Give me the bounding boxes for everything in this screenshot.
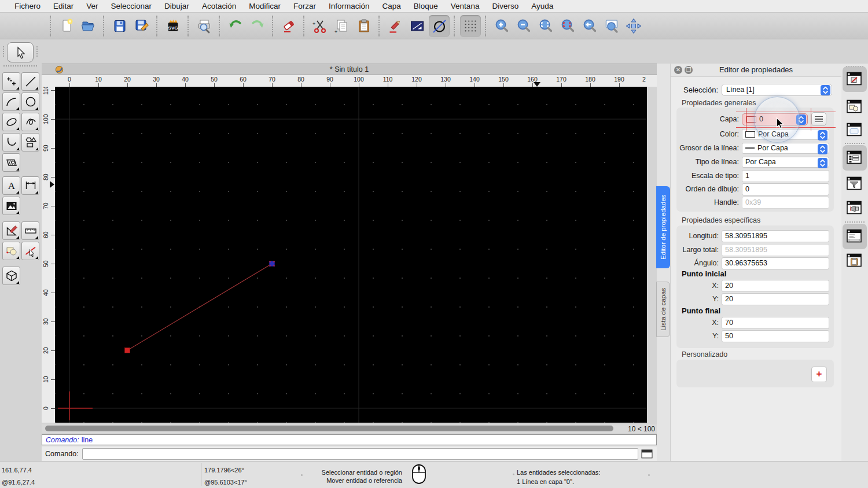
menu-dibujar[interactable]: Dibujar [158, 0, 196, 13]
menu-diverso[interactable]: Diverso [486, 0, 525, 13]
vruler-label: 50 [42, 256, 50, 271]
angle-field[interactable]: 30.96375653 [722, 257, 829, 269]
copy-icon[interactable]: + [332, 15, 352, 37]
new-document-icon[interactable] [56, 15, 77, 37]
shapes-tool[interactable] [21, 133, 39, 151]
measure-tool[interactable] [21, 221, 39, 240]
image-tool[interactable] [2, 197, 20, 215]
select-entity-tool[interactable] [21, 242, 39, 260]
command-window-icon[interactable] [641, 449, 654, 459]
linetype-scale-field[interactable]: 1 [742, 170, 829, 182]
pan-icon[interactable] [623, 15, 644, 37]
command-line-window-icon[interactable] [846, 228, 863, 245]
document-tab-bar[interactable]: * Sin título 1 [42, 64, 657, 75]
layer-menu-icon[interactable] [811, 112, 826, 126]
paste-icon[interactable] [354, 15, 374, 37]
command-input[interactable] [82, 448, 638, 460]
menu-ayuda[interactable]: Ayuda [525, 0, 560, 13]
submenu-corner-icon [16, 191, 19, 194]
clipboard-window-icon[interactable] [846, 252, 863, 269]
stepper-icon[interactable] [818, 158, 827, 170]
start-y-field[interactable]: 20 [722, 293, 829, 305]
layer-list-window-icon[interactable] [846, 149, 863, 167]
save-icon[interactable] [109, 15, 130, 37]
palette-gripper[interactable] [3, 65, 37, 66]
lineweight-combo[interactable]: Por Capa [742, 143, 829, 154]
line-entity[interactable] [127, 264, 272, 350]
scrollbar-thumb[interactable] [45, 426, 613, 431]
selection-combo[interactable]: Línea [1] [722, 84, 832, 96]
solid-tool[interactable] [2, 267, 20, 285]
menu-acotacion[interactable]: Acotación [196, 0, 242, 13]
zoom-in-icon[interactable] [491, 15, 512, 37]
spline-tool[interactable] [21, 113, 39, 131]
sidetab-layer-list[interactable]: Lista de capas [656, 282, 670, 337]
block-tool[interactable] [2, 242, 20, 260]
menu-seleccionar[interactable]: Seleccionar [105, 0, 159, 13]
dimension-tool[interactable] [21, 176, 39, 195]
draw-pencil-icon[interactable] [385, 15, 406, 37]
drawing-canvas[interactable] [55, 87, 647, 423]
point-tool[interactable] [2, 72, 20, 91]
selection-filter-window-icon[interactable] [846, 175, 863, 193]
end-x-field[interactable]: 70 [722, 317, 829, 329]
stepper-icon[interactable] [821, 85, 830, 97]
property-editor-window-icon[interactable] [846, 71, 863, 88]
total-length-label: Largo total: [676, 246, 722, 254]
menu-fichero[interactable]: Fichero [8, 0, 47, 13]
start-x-field[interactable]: 20 [722, 280, 829, 292]
horizontal-scrollbar[interactable]: 10 < 100 [42, 424, 657, 433]
print-preview-icon[interactable] [194, 15, 215, 37]
grid-toggle-icon[interactable] [460, 15, 481, 37]
zoom-window-icon[interactable] [601, 15, 622, 37]
draw-order-field[interactable]: 0 [742, 183, 829, 195]
document-title: * Sin título 1 [42, 65, 657, 73]
circle-tool[interactable] [21, 93, 39, 111]
cut-icon[interactable]: + [310, 15, 330, 37]
stepper-icon[interactable] [818, 144, 827, 156]
zoom-selection-icon[interactable] [557, 15, 578, 37]
menu-modificar[interactable]: Modificar [242, 0, 287, 13]
sidetab-property-editor[interactable]: Editor de propiedades [656, 186, 670, 268]
delete-entities-icon[interactable] [278, 15, 299, 37]
redo-icon[interactable] [247, 15, 268, 37]
line-tool[interactable] [21, 72, 39, 91]
menu-ver[interactable]: Ver [80, 0, 104, 13]
menu-capa[interactable]: Capa [376, 0, 407, 13]
polyline-tool[interactable] [2, 133, 20, 151]
selbtn-gripper-right[interactable] [36, 46, 39, 57]
zoom-previous-icon[interactable] [579, 15, 600, 37]
toolbar-gripper[interactable] [50, 16, 52, 36]
menu-informacion[interactable]: Información [322, 0, 376, 13]
draw-order-row: Orden de dibujo: 0 [676, 183, 834, 195]
menu-editar[interactable]: Editar [47, 0, 80, 13]
length-field[interactable]: 58.30951895 [722, 230, 829, 242]
save-as-icon[interactable] [131, 15, 152, 37]
command-options-window-icon[interactable] [846, 199, 863, 217]
selbtn-gripper-left[interactable] [3, 46, 5, 57]
svg-export-icon[interactable]: SVG [163, 15, 183, 37]
zoom-auto-icon[interactable] [535, 15, 556, 37]
end-y-field[interactable]: 50 [722, 330, 829, 342]
stepper-icon[interactable] [818, 130, 827, 142]
block-list-window-icon[interactable] [846, 98, 863, 116]
selection-tool-button[interactable] [7, 42, 34, 62]
modify-tool[interactable] [2, 221, 20, 240]
add-custom-property-button[interactable]: + [811, 367, 827, 382]
menu-ventana[interactable]: Ventana [444, 0, 486, 13]
linetype-combo[interactable]: Por Capa [742, 157, 829, 168]
open-file-icon[interactable] [78, 15, 99, 37]
ellipse-tool[interactable] [2, 113, 20, 131]
undo-icon[interactable] [225, 15, 246, 37]
isometric-circle-icon[interactable] [429, 15, 450, 37]
menu-bloque[interactable]: Bloque [407, 0, 444, 13]
ortho-line-icon[interactable] [407, 15, 428, 37]
library-browser-window-icon[interactable] [846, 121, 863, 139]
line-start-handle[interactable] [125, 348, 130, 353]
svg-text:A: A [8, 180, 15, 191]
hatch-tool[interactable] [2, 153, 20, 172]
zoom-out-icon[interactable] [513, 15, 534, 37]
menu-forzar[interactable]: Forzar [287, 0, 322, 13]
text-tool[interactable]: A [2, 176, 20, 195]
arc-tool[interactable] [2, 93, 20, 111]
